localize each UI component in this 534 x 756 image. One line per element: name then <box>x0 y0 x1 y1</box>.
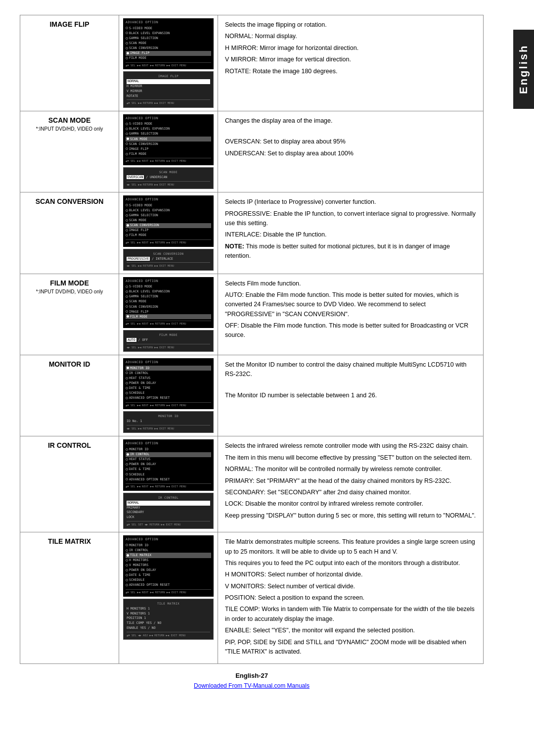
feature-name-scan-conversion: SCAN CONVERSION <box>20 192 119 274</box>
footer-page-label: English-27 <box>20 672 484 679</box>
description-cell-ir-control: Selects the infrared wireless remote con… <box>218 436 484 532</box>
feature-name-scan-mode: SCAN MODE*:INPUT DVD/HD, VIDEO only <box>20 111 119 192</box>
main-content: IMAGE FLIPADVANCED OPTIONS-VIDEO MODEBLA… <box>0 0 513 756</box>
feature-name-ir-control: IR CONTROL <box>20 436 119 532</box>
feature-name-film-mode: FILM MODE*:INPUT DVD/HD, VIDEO only <box>20 274 119 355</box>
description-cell-scan-mode: Changes the display area of the image.OV… <box>218 111 484 192</box>
description-cell-scan-conversion: Selects IP (Interlace to Progressive) co… <box>218 192 484 274</box>
description-cell-tile-matrix: Tile Matrix demonstrates multiple screen… <box>218 532 484 664</box>
screen-cell-image-flip: ADVANCED OPTIONS-VIDEO MODEBLACK LEVEL E… <box>119 15 218 111</box>
feature-name-monitor-id: MONITOR ID <box>20 355 119 436</box>
description-cell-monitor-id: Set the Monitor ID number to control the… <box>218 355 484 436</box>
screen-cell-film-mode: ADVANCED OPTIONS-VIDEO MODEBLACK LEVEL E… <box>119 274 218 355</box>
screen-cell-ir-control: ADVANCED OPTIONMONITOR IDIR CONTROLHEAT … <box>119 436 218 532</box>
screen-cell-tile-matrix: ADVANCED OPTIONMONITOR IDIR CONTROLTILE … <box>119 532 218 664</box>
english-tab: English <box>513 30 534 109</box>
screen-cell-monitor-id: ADVANCED OPTIONMONITOR IDIR CONTROLHEAT … <box>119 355 218 436</box>
footer-link[interactable]: Downloaded From TV-Manual.com Manuals <box>20 682 484 689</box>
feature-table: IMAGE FLIPADVANCED OPTIONS-VIDEO MODEBLA… <box>20 15 484 664</box>
page-wrapper: English IMAGE FLIPADVANCED OPTIONS-VIDEO… <box>0 0 534 756</box>
description-cell-image-flip: Selects the image flipping or rotation.N… <box>218 15 484 111</box>
feature-name-image-flip: IMAGE FLIP <box>20 15 119 111</box>
feature-name-tile-matrix: TILE MATRIX <box>20 532 119 664</box>
side-tab-label: English <box>517 45 530 94</box>
screen-cell-scan-conversion: ADVANCED OPTIONS-VIDEO MODEBLACK LEVEL E… <box>119 192 218 274</box>
screen-cell-scan-mode: ADVANCED OPTIONS-VIDEO MODEBLACK LEVEL E… <box>119 111 218 192</box>
description-cell-film-mode: Selects Film mode function.AUTO: Enable … <box>218 274 484 355</box>
